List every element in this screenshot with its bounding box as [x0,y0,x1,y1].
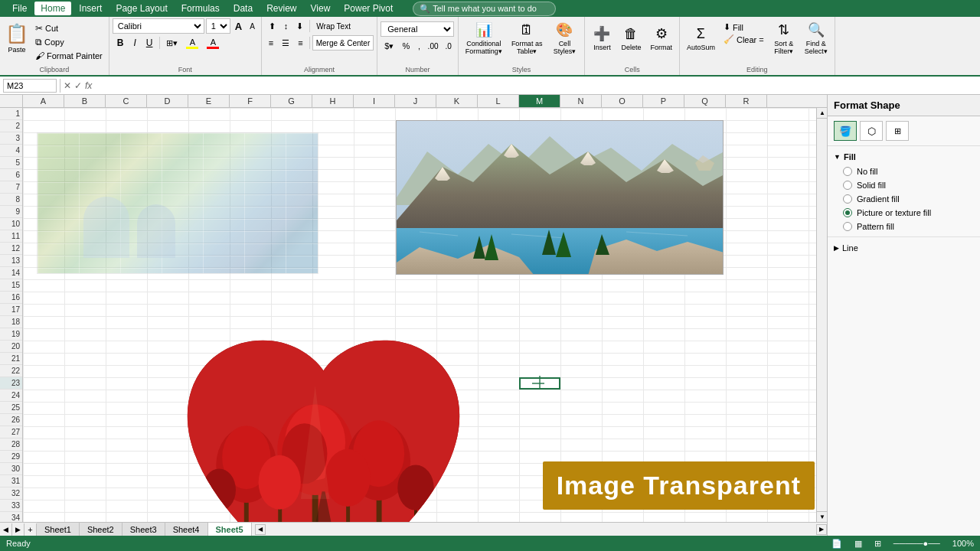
col-I[interactable]: I [354,95,395,107]
percent-button[interactable]: % [398,38,413,54]
file-menu[interactable]: File [6,2,33,15]
align-right-button[interactable]: ≡ [294,35,306,51]
align-left-button[interactable]: ≡ [265,35,277,51]
col-Q[interactable]: Q [684,95,726,107]
copy-button[interactable]: ⧉ Copy [32,35,106,48]
bold-button[interactable]: B [113,35,129,51]
fill-section-header[interactable]: ▼ Fill [834,149,974,165]
col-K[interactable]: K [436,95,478,107]
tell-me-input[interactable]: 🔍 Tell me what you want to do [413,2,556,16]
decrease-decimal-button[interactable]: .0 [443,38,455,54]
shape-options-icon[interactable]: 🪣 [834,121,857,141]
font-color-button[interactable]: A [203,35,223,51]
sheet-tab-5[interactable]: Sheet5 [208,523,252,536]
home-menu[interactable]: Home [34,2,71,15]
col-H[interactable]: H [312,95,354,107]
conditional-formatting-button[interactable]: 📊 ConditionalFormatting▾ [462,18,506,58]
align-middle-button[interactable]: ↕ [280,18,292,34]
col-N[interactable]: N [560,95,602,107]
add-sheet-button[interactable]: + [24,523,37,536]
borders-button[interactable]: ⊞▾ [162,35,181,51]
align-center-button[interactable]: ☰ [278,35,293,51]
col-E[interactable]: E [188,95,230,107]
sort-filter-button[interactable]: ⇅ Sort &Filter▾ [769,18,799,58]
radio-pattern-fill[interactable] [843,222,852,231]
align-bottom-button[interactable]: ⬇ [292,18,307,34]
fill-option-no-fill[interactable]: No fill [834,165,974,178]
col-A[interactable]: A [23,95,64,107]
page-break-view-button[interactable]: ⊞ [874,539,881,549]
scroll-right-arrow[interactable]: ▶ [816,524,827,535]
review-menu[interactable]: Review [260,2,302,15]
shape-effects-icon[interactable]: ⬡ [860,121,883,141]
radio-picture-fill[interactable] [843,208,852,217]
cancel-icon[interactable]: ✕ [64,80,71,91]
increase-decimal-button[interactable]: .00 [425,38,442,54]
grid-cells[interactable]: Image Transparent [23,108,816,522]
scroll-left-arrow[interactable]: ◀ [255,524,266,535]
normal-view-button[interactable]: ▦ [854,539,862,549]
italic-button[interactable]: I [129,35,140,51]
sheet-tab-1[interactable]: Sheet1 [37,523,80,536]
col-R[interactable]: R [726,95,767,107]
radio-solid-fill[interactable] [843,181,852,190]
insert-button[interactable]: ➕ Insert [588,18,616,58]
delete-button[interactable]: 🗑 Delete [617,18,645,58]
comma-button[interactable]: ‚ [414,38,423,54]
fill-option-solid[interactable]: Solid fill [834,178,974,192]
number-format-select[interactable]: General [381,21,454,37]
col-M[interactable]: M [519,95,560,107]
tab-nav-prev[interactable]: ◀ [0,523,12,536]
scroll-down-arrow[interactable]: ▼ [817,511,827,522]
cell-styles-button[interactable]: 🎨 CellStyles▾ [547,18,581,58]
line-section-header[interactable]: ▶ Line [834,240,974,256]
col-L[interactable]: L [478,95,519,107]
cell-reference-box[interactable] [3,79,57,93]
zoom-slider[interactable]: ─────●── [893,539,940,548]
format-as-table-button[interactable]: 🗓 Format asTable▾ [508,18,547,58]
vertical-scrollbar[interactable]: ▲ ▼ [816,108,827,522]
autosum-button[interactable]: Σ AutoSum [683,18,719,58]
col-O[interactable]: O [602,95,643,107]
fill-option-pattern[interactable]: Pattern fill [834,220,974,233]
page-layout-menu[interactable]: Page Layout [109,2,173,15]
clear-button[interactable]: 🧹 Clear = [720,34,767,45]
format-button[interactable]: ⚙ Format [646,18,676,58]
font-size-select[interactable]: 11 [206,18,230,34]
grow-font-button[interactable]: A [232,18,245,34]
layout-properties-icon[interactable]: ⊞ [886,121,909,141]
sheet-tab-2[interactable]: Sheet2 [80,523,122,536]
scroll-up-arrow[interactable]: ▲ [817,108,827,119]
radio-gradient-fill[interactable] [843,194,852,204]
data-menu[interactable]: Data [227,2,259,15]
fill-button[interactable]: ⬇ Fill [720,21,767,33]
confirm-icon[interactable]: ✓ [74,80,82,91]
col-B[interactable]: B [64,95,106,107]
sheet-tab-3[interactable]: Sheet3 [122,523,165,536]
formulas-menu[interactable]: Formulas [175,2,226,15]
radio-no-fill[interactable] [843,167,852,176]
insert-menu[interactable]: Insert [73,2,108,15]
underline-button[interactable]: U [142,35,158,51]
col-C[interactable]: C [106,95,147,107]
col-F[interactable]: F [230,95,271,107]
col-D[interactable]: D [147,95,188,107]
horizontal-scrollbar[interactable]: ◀ ▶ [255,524,827,535]
merge-center-button[interactable]: Merge & Center [312,35,374,51]
fill-option-picture[interactable]: Picture or texture fill [834,206,974,220]
fill-option-gradient[interactable]: Gradient fill [834,192,974,206]
paste-button[interactable]: 📋 Paste [3,18,31,58]
col-J[interactable]: J [395,95,436,107]
wrap-text-button[interactable]: Wrap Text [312,18,354,34]
shrink-font-button[interactable]: A [247,18,258,34]
tab-nav-next[interactable]: ▶ [12,523,24,536]
cut-button[interactable]: ✂ Cut [32,21,106,34]
sheet-tab-4[interactable]: Sheet4 [165,523,208,536]
fill-color-button[interactable]: A [182,35,202,51]
align-top-button[interactable]: ⬆ [265,18,279,34]
font-family-select[interactable]: Calibri [113,18,204,34]
format-painter-button[interactable]: 🖌 Format Painter [32,49,106,62]
accounting-button[interactable]: $▾ [381,38,397,54]
power-pivot-menu[interactable]: Power Pivot [338,2,399,15]
col-G[interactable]: G [271,95,312,107]
